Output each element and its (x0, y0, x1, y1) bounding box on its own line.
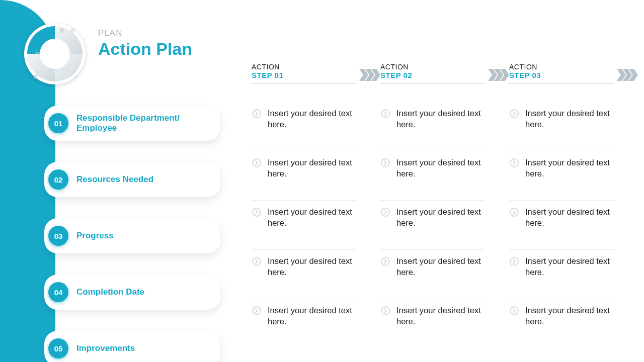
pill-label: Progress (76, 231, 114, 241)
cell: Insert your desired text here. (380, 151, 485, 201)
cell-text: Insert your desired text here. (268, 255, 356, 290)
arrow-circle-icon (509, 305, 519, 339)
cell-text: Insert your desired text here. (268, 305, 356, 339)
step-column: ACTION STEP 01 Insert your desired text … (252, 63, 380, 348)
cell: Insert your desired text here. (380, 102, 485, 151)
svg-point-3 (253, 208, 261, 216)
arrow-circle-icon (509, 157, 519, 191)
svg-point-14 (510, 257, 518, 265)
svg-point-13 (510, 208, 518, 216)
arrow-circle-icon (252, 108, 262, 142)
arrow-circle-icon (252, 206, 262, 240)
cell: Insert your desired text here. (380, 250, 485, 299)
pill-label: Improvements (76, 343, 135, 353)
cell-text: Insert your desired text here. (268, 206, 356, 240)
pill-label: Completion Date (76, 287, 144, 297)
svg-point-12 (510, 159, 518, 167)
arrow-circle-icon (380, 305, 390, 339)
cell: Insert your desired text here. (380, 201, 485, 250)
page-title: Action Plan (98, 39, 192, 59)
step-number-label: STEP 03 (509, 71, 614, 79)
step-header: ACTION STEP 01 (252, 63, 356, 84)
pill-number: 01 (48, 113, 68, 133)
cell: Insert your desired text here. (509, 250, 614, 299)
wheel-check-label: CHECK (62, 67, 74, 70)
cell: Insert your desired text here. (252, 151, 356, 201)
step-header: ACTION STEP 03 (509, 63, 614, 84)
cell-text: Insert your desired text here. (525, 206, 614, 240)
step-action-label: ACTION (252, 63, 356, 71)
step-action-label: ACTION (380, 63, 485, 71)
pill-number: 05 (48, 338, 68, 358)
pill-number: 04 (48, 282, 68, 302)
step-number-label: STEP 02 (380, 71, 485, 79)
pill-label: Resources Needed (76, 174, 153, 185)
cell-text: Insert your desired text here. (525, 305, 614, 339)
cell: Insert your desired text here. (509, 102, 614, 151)
arrow-circle-icon (252, 157, 262, 191)
cell-text: Insert your desired text here. (268, 108, 356, 142)
clipboard-icon: ▥ (70, 27, 75, 33)
wheel-do-label: DO (68, 51, 74, 55)
step-column: ACTION STEP 03 Insert your desired text … (509, 63, 638, 348)
header: PLAN Action Plan (98, 28, 192, 59)
arrow-circle-icon (252, 305, 262, 339)
svg-point-1 (253, 110, 261, 118)
step-number-label: STEP 01 (252, 71, 356, 79)
pdca-wheel: PLAN DO CHECK ACT ▦ ▥ ✓ ⚙ (22, 21, 88, 86)
category-pill: 05 Improvements (44, 331, 220, 362)
calculator-icon: ▦ (59, 27, 64, 33)
cell-text: Insert your desired text here. (396, 108, 485, 142)
category-pill: 04 Completion Date (44, 275, 220, 310)
eyebrow: PLAN (98, 28, 192, 38)
cell-text: Insert your desired text here. (525, 108, 614, 142)
arrow-circle-icon (509, 108, 519, 142)
pill-number: 03 (48, 226, 68, 246)
step-cells: Insert your desired text here. Insert yo… (509, 102, 638, 348)
wheel-plan-label: PLAN (36, 51, 46, 55)
svg-point-5 (253, 307, 261, 315)
arrow-circle-icon (509, 206, 519, 240)
cell: Insert your desired text here. (252, 250, 356, 299)
svg-point-2 (253, 159, 261, 167)
svg-point-7 (381, 159, 389, 167)
cell-text: Insert your desired text here. (525, 255, 614, 290)
cell-text: Insert your desired text here. (396, 157, 485, 191)
svg-point-10 (381, 307, 389, 315)
check-icon: ✓ (73, 74, 77, 79)
chevron-right-icon (488, 69, 509, 83)
svg-point-6 (381, 110, 389, 118)
svg-point-0 (46, 45, 64, 63)
category-pill: 03 Progress (44, 218, 220, 253)
pill-number: 02 (48, 169, 68, 190)
category-pill: 01 Responsible Department/ Employee (44, 106, 220, 141)
pill-label: Responsible Department/ Employee (76, 113, 210, 134)
steps-grid: ACTION STEP 01 Insert your desired text … (252, 63, 639, 348)
arrow-circle-icon (252, 255, 262, 290)
cell: Insert your desired text here. (509, 299, 614, 348)
cell-text: Insert your desired text here. (525, 157, 614, 191)
step-header: ACTION STEP 02 (380, 63, 485, 84)
cell: Insert your desired text here. (509, 201, 614, 250)
category-pill: 02 Resources Needed (44, 162, 220, 197)
svg-point-15 (510, 307, 518, 315)
step-cells: Insert your desired text here. Insert yo… (380, 102, 509, 348)
step-action-label: ACTION (509, 63, 614, 71)
svg-point-11 (510, 110, 518, 118)
wheel-act-label: ACT (37, 67, 44, 70)
cell-text: Insert your desired text here. (396, 255, 485, 290)
gears-icon: ⚙ (33, 74, 38, 79)
chevron-right-icon (359, 69, 380, 83)
chevron-right-icon (617, 69, 638, 83)
cell-text: Insert your desired text here. (268, 157, 356, 191)
arrow-circle-icon (509, 255, 519, 290)
svg-point-9 (381, 257, 389, 265)
cell: Insert your desired text here. (252, 102, 356, 151)
step-column: ACTION STEP 02 Insert your desired text … (380, 63, 509, 348)
arrow-circle-icon (380, 255, 390, 290)
cell: Insert your desired text here. (509, 151, 614, 201)
arrow-circle-icon (380, 206, 390, 240)
svg-point-4 (253, 257, 261, 265)
cell: Insert your desired text here. (380, 299, 485, 348)
step-cells: Insert your desired text here. Insert yo… (252, 102, 380, 348)
